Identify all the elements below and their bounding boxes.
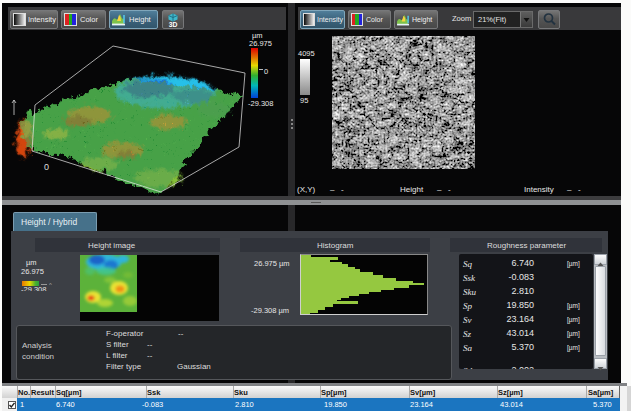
svg-text:0: 0	[44, 162, 49, 172]
svg-text:3D: 3D	[169, 21, 178, 28]
